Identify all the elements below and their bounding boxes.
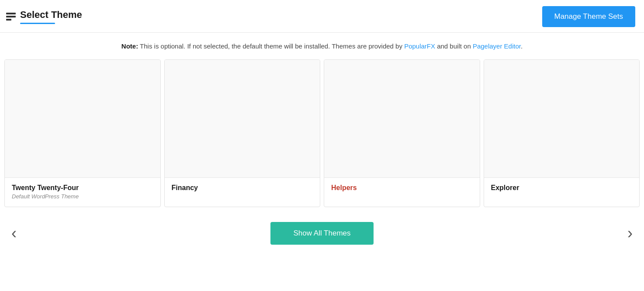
- note-suffix: .: [521, 42, 523, 50]
- page-title: Select Theme: [20, 9, 82, 21]
- page-header: Select Theme Manage Theme Sets: [0, 0, 644, 33]
- title-underline: [20, 23, 55, 24]
- theme-name-explorer: Explorer: [491, 184, 633, 192]
- header-left: Select Theme: [6, 9, 82, 24]
- popularfx-link[interactable]: PopularFX: [404, 42, 435, 50]
- manage-theme-sets-button[interactable]: Manage Theme Sets: [542, 6, 636, 27]
- theme-info-helpers: Helpers: [324, 178, 480, 200]
- note-bar: Note: This is optional. If not selected,…: [0, 33, 644, 58]
- prev-arrow-icon: ‹: [11, 224, 17, 242]
- title-block: Select Theme: [20, 9, 82, 24]
- note-middle-text: and built on: [435, 42, 473, 50]
- prev-arrow-button[interactable]: ‹: [4, 221, 24, 246]
- theme-info-financy: Financy: [165, 178, 320, 200]
- theme-preview-helpers: [324, 60, 480, 178]
- note-prefix: Note:: [121, 42, 138, 50]
- theme-preview-financy: [165, 60, 320, 178]
- theme-info-twenty-twenty-four: Twenty Twenty-Four Default WordPress The…: [5, 178, 160, 207]
- note-text: This is optional. If not selected, the d…: [138, 42, 404, 50]
- next-arrow-button[interactable]: ›: [620, 221, 640, 246]
- theme-name-twenty-twenty-four: Twenty Twenty-Four: [12, 184, 153, 192]
- theme-card-helpers[interactable]: Helpers: [324, 59, 480, 207]
- svg-rect-1: [6, 16, 16, 17]
- show-all-themes-button[interactable]: Show All Themes: [270, 222, 373, 245]
- theme-card-twenty-twenty-four[interactable]: Twenty Twenty-Four Default WordPress The…: [4, 59, 161, 207]
- theme-card-explorer[interactable]: Explorer: [484, 59, 640, 207]
- theme-preview-explorer: [484, 60, 640, 178]
- theme-subtitle-twenty-twenty-four: Default WordPress Theme: [12, 193, 153, 200]
- theme-name-financy: Financy: [172, 184, 313, 192]
- themes-grid: Twenty Twenty-Four Default WordPress The…: [0, 58, 644, 209]
- theme-icon: [6, 12, 16, 21]
- svg-rect-0: [6, 13, 16, 14]
- svg-rect-2: [6, 19, 11, 21]
- theme-name-helpers: Helpers: [331, 184, 473, 192]
- theme-info-explorer: Explorer: [484, 178, 640, 200]
- next-arrow-icon: ›: [627, 224, 633, 242]
- theme-card-financy[interactable]: Financy: [164, 59, 321, 207]
- bottom-navigation: ‹ Show All Themes ›: [0, 213, 644, 253]
- pagelayer-link[interactable]: Pagelayer Editor: [473, 42, 521, 50]
- theme-preview-twenty-twenty-four: [5, 60, 160, 178]
